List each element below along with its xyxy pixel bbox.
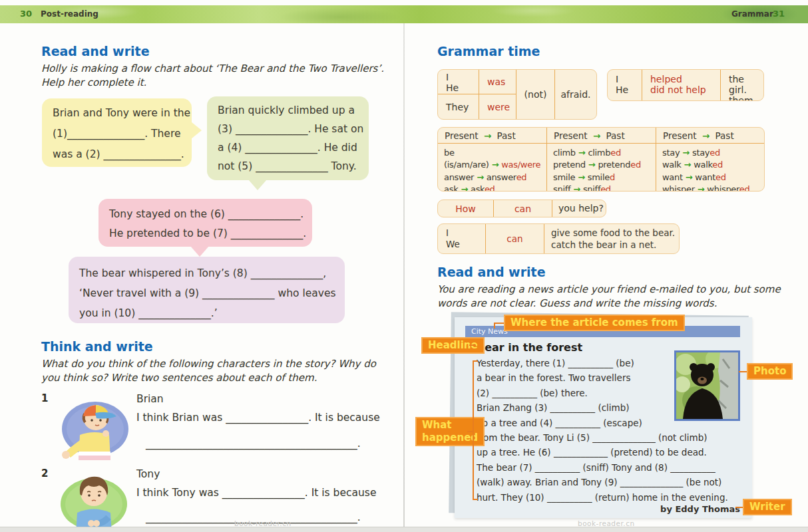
table-cell: How <box>438 200 494 217</box>
flow-box-1: Brian and Tony were in the (1)__________… <box>42 98 192 167</box>
bear-photo <box>674 350 740 421</box>
past-column-body: climb→climbed pretend→pretended smile→sm… <box>547 144 656 192</box>
label-writer: Writer <box>743 499 792 515</box>
arrow-right-icon: → <box>477 172 484 182</box>
table-cell: you help? <box>552 200 606 217</box>
flow-arrow-down-icon <box>248 180 267 190</box>
arrow-right-icon: → <box>461 184 468 192</box>
header-present: Present <box>554 130 588 141</box>
flow-box-2: Brian quickly climbed up a (3) _________… <box>207 96 369 180</box>
label-what-happened: What happened <box>415 417 485 446</box>
section-title-read-write: Read and write <box>41 44 150 59</box>
article-body-narrow: Yesterday, there (1) __________ (be) a b… <box>477 356 642 430</box>
arrow-right-icon: → <box>698 184 705 192</box>
table-cell: can <box>486 224 544 253</box>
past-column-header: Present → Past <box>547 128 656 144</box>
section-title-grammar-time: Grammar time <box>437 44 540 59</box>
think-write-instructions: What do you think of the following chara… <box>41 357 376 385</box>
verb-row: be (is/am/are)→was/were <box>444 147 546 172</box>
verb-row: ask→asked <box>444 184 546 192</box>
header-band: 30 Post-reading Grammar 31 <box>0 5 808 23</box>
table-cell: were <box>479 94 516 119</box>
arrow-right-icon: → <box>573 184 580 192</box>
arrow-right-icon: → <box>484 130 491 141</box>
grammar-table-how-can: How can you help? <box>437 200 606 217</box>
flow-box-2-line1: Brian quickly climbed up a <box>218 101 359 120</box>
connector-line <box>467 431 473 432</box>
item-number: 2 <box>41 467 48 479</box>
past-column-1: Present → Past be (is/am/are)→was/were a… <box>438 128 547 192</box>
instruction-line: you think so? Write two sentences about … <box>41 371 376 385</box>
verb-row: climb→climbed <box>553 147 656 159</box>
past-column-header: Present → Past <box>438 128 546 144</box>
header-past: Past <box>497 130 516 141</box>
table-cell: I He <box>608 70 642 101</box>
article-byline: by Eddy Thomas <box>660 504 740 514</box>
character-name: Tony <box>136 468 160 480</box>
grammar-table-helped: I He helped did not help the girl. them. <box>607 69 764 101</box>
verb-row: want→wanted <box>662 172 764 184</box>
arrow-right-icon: → <box>578 172 585 182</box>
grammar-table-past-forms: Present → Past be (is/am/are)→was/were a… <box>437 127 765 192</box>
past-column-body: be (is/am/are)→was/were answer→answered … <box>438 144 546 192</box>
page-spine-divider <box>403 23 405 527</box>
table-cell: afraid. <box>555 70 596 119</box>
page-number-left: 30 <box>20 9 32 19</box>
flow-box-4-line3: you in (10) ______________.’ <box>79 303 335 323</box>
flow-box-4-line2: ‘Never travel with a (9) ______________ … <box>79 283 335 303</box>
read-write-2-instructions: You are reading a news article your frie… <box>437 283 781 311</box>
flow-box-4: The bear whispered in Tony’s (8) _______… <box>69 257 345 323</box>
table-cell: I He <box>438 70 479 94</box>
instruction-line: Help her complete it. <box>41 76 384 90</box>
grammar-table-was-were: I He was (not) afraid. They were <box>437 69 597 120</box>
flow-box-4-line1: The bear whispered in Tony’s (8) _______… <box>79 261 335 283</box>
header-past: Past <box>606 130 625 141</box>
news-article-paper: City News Bear in the forest Yesterday, … <box>455 317 752 518</box>
table-cell: was <box>479 70 516 94</box>
flow-box-2-line2: (3) ______________. He sat on <box>218 120 359 138</box>
header-section-right: Grammar <box>731 9 773 19</box>
header-past: Past <box>715 130 734 141</box>
header-present: Present <box>445 130 479 141</box>
past-column-3: Present → Past stay→stayed walk→walked w… <box>656 128 764 192</box>
sentence-line: I think Tony was ________________. It is… <box>136 487 376 499</box>
brian-illustration <box>57 391 130 460</box>
connector-line <box>494 323 495 329</box>
instruction-line: You are reading a news article your frie… <box>437 283 781 297</box>
item-number: 1 <box>41 392 48 404</box>
arrow-right-icon: → <box>588 160 596 170</box>
section-title-read-write-2: Read and write <box>437 265 546 279</box>
label-photo: Photo <box>747 363 793 380</box>
flow-box-2-line3: a (4) ______________. He did <box>218 138 359 157</box>
flow-arrow-down-icon <box>190 246 209 257</box>
verb-row: pretend→pretended <box>553 159 656 171</box>
connector-line <box>739 371 747 372</box>
instruction-line: Holly is making a flow chart about ‘The … <box>41 62 384 76</box>
connector-line <box>473 499 478 500</box>
past-column-header: Present → Past <box>656 128 764 144</box>
arrow-right-icon: → <box>682 148 690 158</box>
article-headline: Bear in the forest <box>477 341 582 354</box>
arrow-right-icon: → <box>492 160 499 170</box>
what-happened-bracket <box>473 360 474 500</box>
table-cell: (not) <box>516 70 555 119</box>
flow-box-2-line4: not (5) ______________ Tony. <box>218 157 359 176</box>
article-body-wide: from the bear. Tony Li (5) _____________… <box>477 430 728 505</box>
read-write-instructions: Holly is making a flow chart about ‘The … <box>41 62 384 90</box>
verb-row: stay→stayed <box>662 147 764 159</box>
arrow-right-icon: → <box>578 148 586 158</box>
flow-box-1-line2: (1)_______________. There <box>53 124 182 144</box>
arrow-right-icon: → <box>684 160 692 170</box>
section-title-think-write: Think and write <box>41 339 153 354</box>
header-section-left: Post-reading <box>41 9 99 19</box>
page-bottom-edge <box>0 527 808 532</box>
connector-line <box>469 344 476 346</box>
connector-line <box>494 323 504 324</box>
arrow-right-icon: → <box>593 130 600 141</box>
table-cell: I We <box>438 224 486 253</box>
page-number-right: 31 <box>773 9 785 19</box>
past-column-2: Present → Past climb→climbed pretend→pre… <box>547 128 656 192</box>
past-column-body: stay→stayed walk→walked want→wanted whis… <box>656 144 764 192</box>
character-name: Brian <box>136 393 164 405</box>
arrow-right-icon: → <box>686 172 693 182</box>
